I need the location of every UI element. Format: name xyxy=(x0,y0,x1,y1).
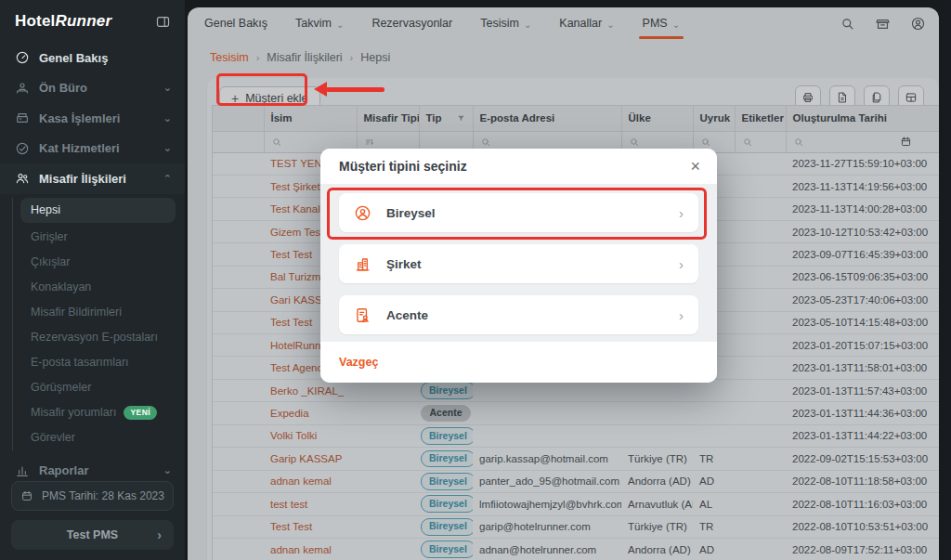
calendar-icon xyxy=(20,489,33,502)
chevron-down-icon: ⌄ xyxy=(163,112,172,124)
sidebar-subitem-k-lar[interactable]: Çıkışlar xyxy=(13,250,176,275)
sidebar-subitem-g-r-meler[interactable]: Görüşmeler xyxy=(13,375,176,400)
sidebar-subitem-label: Rezervasyon E-postaları xyxy=(31,331,158,344)
logo-text-hotel: Hotel xyxy=(15,12,56,30)
housekeeping-icon xyxy=(15,141,30,156)
sidebar-subitem-e-posta-tasar-mlar[interactable]: E-posta tasarımları xyxy=(13,350,176,375)
test-pms-button[interactable]: Test PMS › xyxy=(11,520,174,550)
option-bireysel[interactable]: Bireysel› xyxy=(339,193,698,232)
cash-register-icon xyxy=(15,111,30,125)
company-icon xyxy=(354,255,371,273)
sidebar-subitem-konaklayan[interactable]: Konaklayan xyxy=(13,275,176,300)
option-acente[interactable]: Acente› xyxy=(339,295,698,334)
sidebar-submenu: HepsiGirişlerÇıkışlarKonaklayanMisafir B… xyxy=(12,198,176,450)
logo-text-runner: Runner xyxy=(56,12,112,30)
sidebar-subitem-misafir-yorumlar[interactable]: Misafir yorumlarıYENİ xyxy=(13,400,176,425)
sidebar-item-label: Raporlar xyxy=(39,463,163,477)
sidebar-item-label: Kat Hizmetleri xyxy=(39,141,163,155)
sidebar-subitem-misafir-bildirimleri[interactable]: Misafir Bildirimleri xyxy=(13,300,176,325)
option-label: Acente xyxy=(386,308,679,322)
sidebar-subitem-hepsi[interactable]: Hepsi xyxy=(20,198,176,223)
sidebar-header: HotelRunner xyxy=(0,0,185,38)
sidebar-item-label: Misafir İlişkileri xyxy=(39,172,163,186)
sidebar-subitem-giri-ler[interactable]: Girişler xyxy=(13,225,176,250)
main-area: Genel BakışTakvim⌄RezervasyonlarTesisim⌄… xyxy=(185,0,951,560)
modal-options: Bireysel›Şirket›Acente› xyxy=(320,184,717,342)
sidebar-subitem-label: Görevler xyxy=(31,431,75,444)
sidebar-item-label: Genel Bakış xyxy=(39,51,172,65)
chevron-right-icon: › xyxy=(679,307,684,323)
sidebar-subitem-label: Girişler xyxy=(31,230,68,243)
sidebar-subitem-g-revler[interactable]: Görevler xyxy=(13,425,176,450)
close-icon[interactable]: × xyxy=(690,158,700,175)
option-label: Şirket xyxy=(386,257,679,271)
sidebar-subitem-label: Görüşmeler xyxy=(31,381,91,394)
customer-type-modal: Müşteri tipini seçiniz × Bireysel›Şirket… xyxy=(320,149,717,383)
pms-date-button[interactable]: PMS Tarihi: 28 Kas 2023 xyxy=(11,481,174,511)
modal-title: Müşteri tipini seçiniz xyxy=(339,159,467,174)
sidebar-subitem-label: Çıkışlar xyxy=(31,255,70,268)
agency-icon xyxy=(354,306,371,324)
person-icon xyxy=(354,204,371,222)
front-desk-icon xyxy=(15,81,30,96)
sidebar-subitem-rezervasyon-e-postalar[interactable]: Rezervasyon E-postaları xyxy=(13,325,176,350)
hotelrunner-logo: HotelRunner xyxy=(15,12,111,31)
sidebar-collapse-icon[interactable] xyxy=(155,14,171,30)
option-label: Bireysel xyxy=(386,206,679,220)
chevron-right-icon: › xyxy=(157,527,162,542)
modal-header: Müşteri tipini seçiniz × xyxy=(320,149,717,184)
chevron-down-icon: ⌄ xyxy=(163,464,172,476)
sidebar-item-kat-hizmetleri[interactable]: Kat Hizmetleri⌄ xyxy=(0,134,185,164)
test-pms-label: Test PMS xyxy=(67,528,118,541)
speedometer-icon xyxy=(15,50,30,65)
sidebar-item-label: Ön Büro xyxy=(39,81,163,95)
sidebar-subitem-label: E-posta tasarımları xyxy=(31,356,129,369)
sidebar-item-label: Kasa İşlemleri xyxy=(39,111,163,125)
sidebar-menu: Genel BakışÖn Büro⌄Kasa İşlemleri⌄Kat Hi… xyxy=(0,43,185,486)
reports-icon xyxy=(15,463,30,478)
sidebar-subitem-label: Konaklayan xyxy=(31,280,91,293)
guests-icon xyxy=(15,171,30,186)
sidebar: HotelRunner Genel BakışÖn Büro⌄Kasa İşle… xyxy=(0,0,185,560)
chevron-down-icon: ⌄ xyxy=(163,142,172,154)
chevron-up-icon: ⌃ xyxy=(163,173,172,185)
option-irket[interactable]: Şirket› xyxy=(339,244,698,283)
new-badge: YENİ xyxy=(124,406,157,420)
sidebar-subitem-label: Hepsi xyxy=(31,203,60,216)
pms-date-label: PMS Tarihi: 28 Kas 2023 xyxy=(42,489,164,502)
chevron-right-icon: › xyxy=(679,256,684,272)
cancel-button[interactable]: Vazgeç xyxy=(339,356,378,369)
sidebar-subitem-label: Misafir yorumları xyxy=(31,406,116,419)
chevron-right-icon: › xyxy=(679,205,684,221)
sidebar-item-kasa-i-lemleri[interactable]: Kasa İşlemleri⌄ xyxy=(0,103,185,134)
sidebar-item-misafir-i-li-kileri[interactable]: Misafir İlişkileri⌃ xyxy=(0,163,185,194)
sidebar-item-n-b-ro[interactable]: Ön Büro⌄ xyxy=(0,73,185,104)
sidebar-subitem-label: Misafir Bildirimleri xyxy=(31,306,122,319)
chevron-down-icon: ⌄ xyxy=(163,82,172,94)
sidebar-item-genel-bak[interactable]: Genel Bakış xyxy=(0,43,185,73)
modal-footer: Vazgeç xyxy=(320,342,717,383)
